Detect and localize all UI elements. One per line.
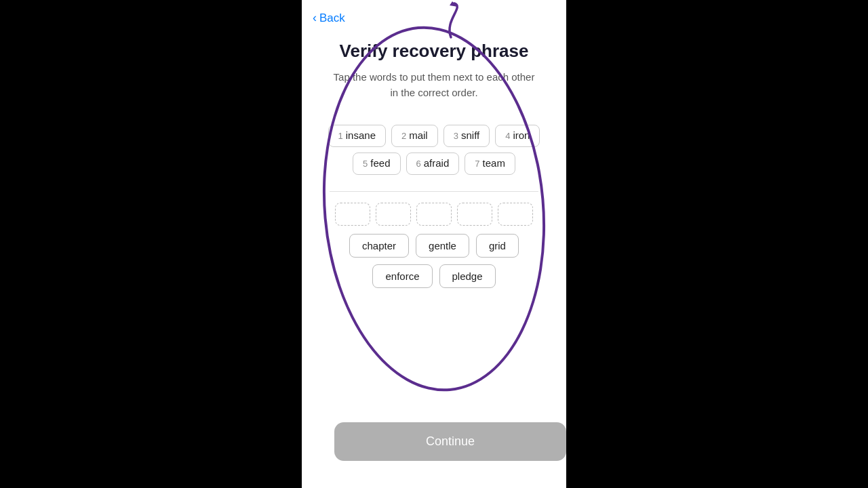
back-button[interactable]: ‹ Back: [313, 11, 345, 25]
continue-button[interactable]: Continue: [334, 422, 566, 461]
available-words-area: chaptergentlegrid enforcepledge: [318, 234, 550, 288]
selected-word-chip[interactable]: 3sniff: [443, 125, 490, 147]
selected-word-chip[interactable]: 6afraid: [406, 152, 460, 175]
placeholder-box: [457, 203, 492, 226]
back-label: Back: [319, 12, 345, 25]
selected-word-chip[interactable]: 2mail: [391, 125, 438, 147]
selected-words-area: 1insane2mail3sniff4iron5feed6afraid7team: [318, 119, 550, 180]
available-word-chip[interactable]: chapter: [349, 234, 409, 258]
placeholder-box: [376, 203, 411, 226]
phone-screen: ‹ Back Verify recovery phrase Tap the wo…: [302, 0, 566, 488]
available-word-chip[interactable]: gentle: [416, 234, 469, 258]
placeholder-box: [335, 203, 370, 226]
page-title: Verify recovery phrase: [340, 41, 529, 62]
selected-word-chip[interactable]: 4iron: [495, 125, 540, 147]
page-subtitle: Tap the words to put them next to each o…: [332, 70, 536, 100]
placeholder-box: [498, 203, 533, 226]
divider: [330, 191, 538, 192]
selected-word-chip[interactable]: 7team: [465, 152, 515, 175]
back-chevron-icon: ‹: [313, 11, 317, 25]
selected-word-chip[interactable]: 1insane: [328, 125, 386, 147]
main-content: Verify recovery phrase Tap the words to …: [302, 0, 566, 488]
selected-word-chip[interactable]: 5feed: [353, 152, 400, 175]
words-row-2: enforcepledge: [372, 264, 495, 288]
available-word-chip[interactable]: grid: [476, 234, 519, 258]
available-word-chip[interactable]: enforce: [372, 264, 432, 288]
placeholder-row: [335, 203, 533, 226]
words-row-1: chaptergentlegrid: [349, 234, 519, 258]
placeholder-box: [416, 203, 452, 226]
available-word-chip[interactable]: pledge: [439, 264, 496, 288]
